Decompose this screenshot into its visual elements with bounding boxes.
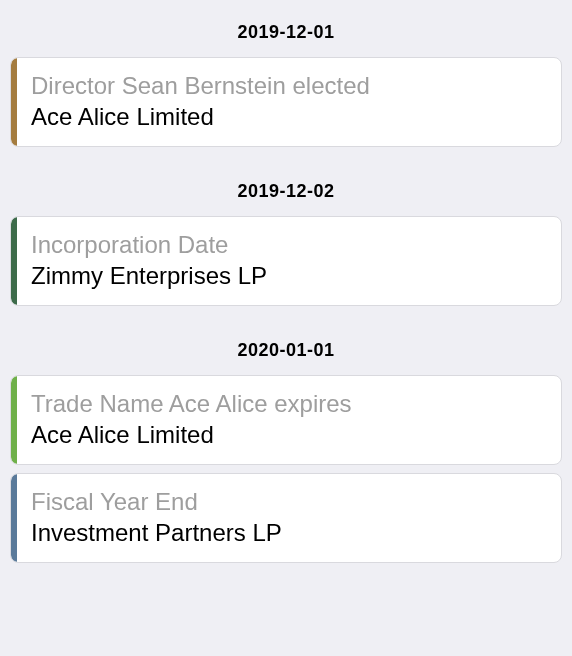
event-title: Fiscal Year End xyxy=(31,486,545,517)
date-header: 2019-12-02 xyxy=(0,167,572,216)
event-title: Incorporation Date xyxy=(31,229,545,260)
date-section: 2019-12-02 Incorporation Date Zimmy Ente… xyxy=(0,167,572,306)
event-color-bar xyxy=(11,217,17,305)
event-company: Ace Alice Limited xyxy=(31,421,545,450)
event-color-bar xyxy=(11,376,17,464)
date-section: 2019-12-01 Director Sean Bernstein elect… xyxy=(0,8,572,147)
event-card[interactable]: Incorporation Date Zimmy Enterprises LP xyxy=(10,216,562,306)
date-section: 2020-01-01 Trade Name Ace Alice expires … xyxy=(0,326,572,563)
event-title: Director Sean Bernstein elected xyxy=(31,70,545,101)
event-card[interactable]: Trade Name Ace Alice expires Ace Alice L… xyxy=(10,375,562,465)
event-card[interactable]: Director Sean Bernstein elected Ace Alic… xyxy=(10,57,562,147)
event-company: Ace Alice Limited xyxy=(31,103,545,132)
event-company: Zimmy Enterprises LP xyxy=(31,262,545,291)
event-card[interactable]: Fiscal Year End Investment Partners LP xyxy=(10,473,562,563)
event-title: Trade Name Ace Alice expires xyxy=(31,388,545,419)
event-color-bar xyxy=(11,474,17,562)
date-header: 2019-12-01 xyxy=(0,8,572,57)
event-color-bar xyxy=(11,58,17,146)
event-company: Investment Partners LP xyxy=(31,519,545,548)
date-header: 2020-01-01 xyxy=(0,326,572,375)
